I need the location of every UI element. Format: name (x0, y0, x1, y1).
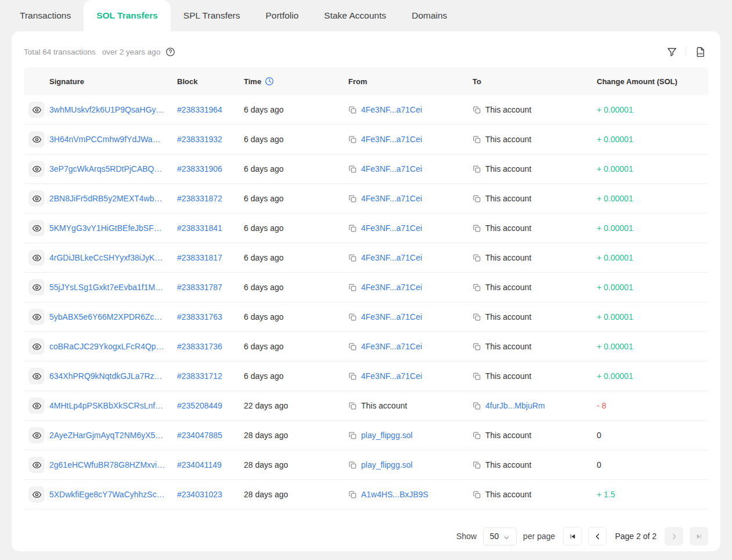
to-address[interactable]: This account (485, 164, 531, 174)
copy-to-address-icon[interactable] (473, 283, 481, 292)
to-address[interactable]: This account (485, 253, 531, 262)
preview-transaction-eye-icon[interactable] (28, 102, 45, 118)
to-address[interactable]: This account (485, 283, 531, 292)
preview-transaction-eye-icon[interactable] (28, 131, 45, 147)
from-address[interactable]: A1w4HS...BxJB9S (361, 490, 428, 499)
from-address[interactable]: 4Fe3NF...a71Cei (361, 371, 422, 381)
help-icon[interactable] (165, 47, 175, 57)
from-address[interactable]: play_flipgg.sol (361, 460, 413, 469)
to-address[interactable]: This account (485, 194, 531, 203)
to-address[interactable]: 4furJb...MbjuRm (485, 401, 545, 410)
export-csv-icon[interactable]: csv (694, 45, 706, 58)
tab-domains[interactable]: Domains (399, 0, 460, 31)
copy-to-address-icon[interactable] (473, 224, 481, 233)
tab-stake-accounts[interactable]: Stake Accounts (311, 0, 399, 31)
preview-transaction-eye-icon[interactable] (28, 338, 45, 355)
preview-transaction-eye-icon[interactable] (28, 309, 45, 325)
block-link[interactable]: #238331763 (177, 312, 244, 321)
preview-transaction-eye-icon[interactable] (28, 220, 45, 236)
copy-to-address-icon[interactable] (473, 461, 481, 469)
block-link[interactable]: #238331817 (177, 253, 244, 262)
block-link[interactable]: #238331787 (177, 283, 244, 292)
copy-from-address-icon[interactable] (348, 106, 357, 114)
copy-to-address-icon[interactable] (473, 254, 481, 262)
to-address[interactable]: This account (485, 312, 531, 321)
from-address[interactable]: 4Fe3NF...a71Cei (361, 105, 422, 114)
tab-portfolio[interactable]: Portfolio (253, 0, 311, 31)
to-address[interactable]: This account (485, 342, 531, 351)
copy-to-address-icon[interactable] (473, 194, 481, 203)
from-address[interactable]: 4Fe3NF...a71Cei (361, 342, 422, 351)
page-size-select[interactable]: 50 (483, 528, 517, 545)
to-address[interactable]: This account (485, 371, 531, 381)
block-link[interactable]: #238331736 (177, 342, 244, 351)
preview-transaction-eye-icon[interactable] (28, 486, 45, 503)
to-address[interactable]: This account (485, 223, 531, 233)
copy-from-address-icon[interactable] (348, 461, 357, 469)
preview-transaction-eye-icon[interactable] (28, 427, 45, 443)
from-address[interactable]: 4Fe3NF...a71Cei (361, 135, 422, 144)
copy-to-address-icon[interactable] (473, 402, 481, 410)
from-address[interactable]: 4Fe3NF...a71Cei (361, 194, 422, 203)
copy-from-address-icon[interactable] (348, 490, 357, 499)
block-link[interactable]: #235208449 (177, 401, 244, 410)
copy-from-address-icon[interactable] (348, 372, 357, 381)
from-address[interactable]: play_flipgg.sol (361, 431, 413, 440)
to-address[interactable]: This account (485, 460, 531, 469)
signature-link[interactable]: 3H64nVmPCCmhw9fYdJWa… (49, 135, 177, 144)
signature-link[interactable]: 5KMYgG3vY1HiGtBEfeJbSF… (49, 223, 177, 233)
copy-to-address-icon[interactable] (473, 372, 481, 381)
from-address[interactable]: 4Fe3NF...a71Cei (361, 283, 422, 292)
signature-link[interactable]: 2g61eHCWfuBR78G8HZMxvi… (49, 460, 177, 469)
signature-link[interactable]: 5XDwkfiEge8cY7WaCyhhzSc… (49, 490, 177, 499)
copy-to-address-icon[interactable] (473, 431, 481, 440)
preview-transaction-eye-icon[interactable] (28, 161, 45, 177)
signature-link[interactable]: 2BN8JiFr5dRB5y2MEXT4wb… (49, 194, 177, 203)
block-link[interactable]: #234047885 (177, 431, 244, 440)
signature-link[interactable]: coBRaCJC29YkogxLFcR4Qp… (49, 342, 177, 351)
preview-transaction-eye-icon[interactable] (28, 368, 45, 384)
block-link[interactable]: #238331932 (177, 135, 244, 144)
block-link[interactable]: #238331712 (177, 371, 244, 381)
block-link[interactable]: #238331872 (177, 194, 244, 203)
to-address[interactable]: This account (485, 490, 531, 499)
from-address[interactable]: 4Fe3NF...a71Cei (361, 164, 422, 174)
signature-link[interactable]: 4rGDiJBLkeCcSHYyxf38iJyK… (49, 253, 177, 262)
signature-link[interactable]: 2AyeZHarGjmAyqT2NM6yX5… (49, 431, 177, 440)
copy-from-address-icon[interactable] (348, 283, 357, 292)
copy-from-address-icon[interactable] (348, 194, 357, 203)
copy-from-address-icon[interactable] (348, 402, 357, 410)
next-page-button[interactable] (665, 527, 683, 545)
copy-from-address-icon[interactable] (348, 165, 357, 174)
previous-page-button[interactable] (588, 527, 607, 545)
preview-transaction-eye-icon[interactable] (28, 190, 45, 207)
block-link[interactable]: #238331841 (177, 223, 244, 233)
signature-link[interactable]: 4MHtLp4pPSKBbXkSCRsLnf… (49, 401, 177, 410)
signature-link[interactable]: 3whMUskvf2k6U1P9QsaHGy… (49, 105, 177, 114)
first-page-button[interactable] (563, 527, 582, 545)
preview-transaction-eye-icon[interactable] (28, 457, 45, 473)
copy-from-address-icon[interactable] (348, 431, 357, 440)
to-address[interactable]: This account (485, 135, 531, 144)
copy-to-address-icon[interactable] (473, 165, 481, 174)
block-link[interactable]: #234041149 (177, 460, 244, 469)
copy-to-address-icon[interactable] (473, 106, 481, 114)
from-address[interactable]: 4Fe3NF...a71Cei (361, 312, 422, 321)
to-address[interactable]: This account (485, 105, 531, 114)
preview-transaction-eye-icon[interactable] (28, 398, 45, 414)
copy-from-address-icon[interactable] (348, 313, 357, 321)
copy-from-address-icon[interactable] (348, 135, 357, 144)
tab-spl-transfers[interactable]: SPL Transfers (171, 0, 253, 31)
preview-transaction-eye-icon[interactable] (28, 250, 45, 266)
tab-transactions[interactable]: Transactions (7, 0, 84, 31)
from-address[interactable]: This account (361, 401, 407, 410)
time-format-toggle-clock-icon[interactable] (265, 77, 274, 86)
from-address[interactable]: 4Fe3NF...a71Cei (361, 223, 422, 233)
preview-transaction-eye-icon[interactable] (28, 279, 45, 295)
copy-to-address-icon[interactable] (473, 135, 481, 144)
block-link[interactable]: #238331964 (177, 105, 244, 114)
copy-to-address-icon[interactable] (473, 313, 481, 321)
signature-link[interactable]: 634XhPRQ9kNqtdkGJLa7Rz… (49, 371, 177, 381)
tab-sol-transfers[interactable]: SOL Transfers (84, 0, 171, 31)
copy-from-address-icon[interactable] (348, 224, 357, 233)
